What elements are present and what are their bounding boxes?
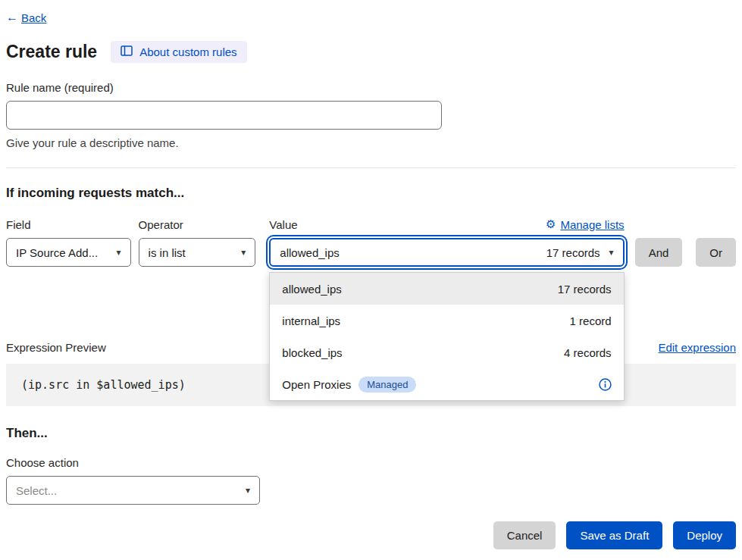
value-select[interactable]: allowed_ips 17 records ▾ (269, 238, 624, 267)
expression-preview-label: Expression Preview (6, 341, 106, 354)
list-item-meta: 17 records (558, 283, 612, 296)
list-item-name: internal_ips (282, 314, 340, 327)
list-item-meta: 1 record (570, 314, 612, 327)
back-link-label: Back (21, 11, 46, 24)
field-select-value: IP Source Add... (16, 246, 98, 259)
book-icon (121, 45, 133, 58)
match-section-title: If incoming requests match... (6, 186, 736, 201)
list-item-name: Open Proxies (282, 378, 351, 391)
operator-column: Operator is in list ▾ (139, 218, 256, 267)
operator-label: Operator (139, 218, 256, 231)
gear-icon: ⚙ (546, 217, 556, 231)
list-item-meta: 4 records (564, 346, 612, 359)
managed-badge: Managed (358, 377, 416, 393)
value-label: Value (269, 218, 297, 231)
chevron-down-icon: ▾ (246, 486, 250, 495)
list-item-name: allowed_ips (282, 283, 341, 296)
info-icon[interactable] (599, 378, 612, 391)
condition-buttons: And Or (635, 238, 736, 267)
about-link-label: About custom rules (139, 45, 236, 58)
footer-actions: Cancel Save as Draft Deploy (6, 521, 736, 549)
divider (6, 167, 736, 168)
or-button[interactable]: Or (696, 238, 736, 267)
rule-name-label: Rule name (required) (6, 81, 736, 94)
edit-expression-link[interactable]: Edit expression (658, 341, 736, 354)
list-item-open-proxies[interactable]: Open Proxies Managed (270, 368, 623, 400)
save-as-draft-button[interactable]: Save as Draft (566, 521, 662, 549)
title-row: Create rule About custom rules (6, 41, 736, 63)
cancel-button[interactable]: Cancel (493, 521, 556, 549)
manage-lists-label: Manage lists (560, 218, 624, 231)
choose-action-label: Choose action (6, 456, 736, 469)
value-select-value: allowed_ips (280, 246, 339, 259)
page-title: Create rule (6, 42, 97, 62)
value-dropdown: allowed_ips 17 records internal_ips 1 re… (269, 272, 624, 401)
about-custom-rules-link[interactable]: About custom rules (111, 41, 246, 63)
action-select[interactable]: Select... ▾ (6, 476, 260, 505)
list-item-name: blocked_ips (282, 346, 342, 359)
field-column: Field IP Source Add... ▾ (6, 218, 131, 267)
manage-lists-link[interactable]: ⚙Manage lists (546, 217, 625, 231)
chevron-down-icon: ▾ (609, 248, 614, 257)
chevron-down-icon: ▾ (241, 248, 246, 257)
then-section-title: Then... (6, 426, 736, 441)
chevron-down-icon: ▾ (117, 248, 121, 257)
action-select-placeholder: Select... (16, 484, 57, 497)
value-select-meta: 17 records (546, 246, 600, 259)
deploy-button[interactable]: Deploy (673, 521, 736, 549)
rule-name-block: Rule name (required) Give your rule a de… (6, 81, 736, 149)
list-item-blocked-ips[interactable]: blocked_ips 4 records (270, 336, 623, 368)
field-select[interactable]: IP Source Add... ▾ (6, 238, 131, 267)
field-label: Field (6, 218, 131, 231)
rule-name-helper: Give your rule a descriptive name. (6, 136, 736, 149)
back-link[interactable]: ←Back (6, 11, 46, 24)
operator-select-value: is in list (149, 246, 186, 259)
back-arrow-icon: ← (6, 11, 18, 24)
list-item-internal-ips[interactable]: internal_ips 1 record (270, 305, 623, 336)
operator-select[interactable]: is in list ▾ (139, 238, 256, 267)
list-item-allowed-ips[interactable]: allowed_ips 17 records (270, 273, 623, 305)
create-rule-page: ←Back Create rule About custom rules Rul… (0, 0, 742, 560)
match-row: Field IP Source Add... ▾ Operator is in … (6, 217, 736, 267)
value-label-row: Value ⚙Manage lists (269, 217, 624, 231)
and-button[interactable]: And (635, 238, 683, 267)
value-column: Value ⚙Manage lists allowed_ips 17 recor… (269, 217, 624, 267)
rule-name-input[interactable] (6, 101, 442, 130)
